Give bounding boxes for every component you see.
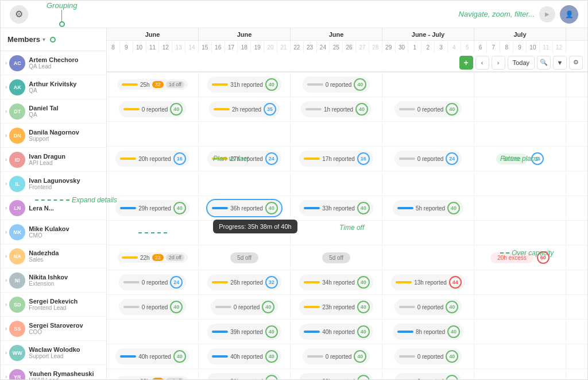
pill-count: 16 (173, 152, 186, 165)
expand-arrow[interactable]: › (5, 229, 7, 235)
grouping-label: Grouping (47, 1, 77, 10)
expand-arrow[interactable]: › (5, 205, 7, 211)
calendar-row: 22h232d off5d off5d off20h excess60 (107, 245, 587, 270)
report-pill: 22h232d off (117, 252, 188, 263)
add-button[interactable]: + (459, 56, 473, 70)
day-cell-0-3: 11 (146, 41, 160, 53)
member-name: Nikita Ishkov (29, 274, 102, 281)
calendar-row: 0 reported2426h reported3234h reported40… (107, 270, 587, 295)
pill-label: 22h (140, 255, 150, 261)
expand-arrow[interactable]: › (5, 301, 7, 308)
zoom-button[interactable]: 🔍 (537, 56, 551, 70)
week-cell (474, 344, 566, 369)
pill-count: 40 (355, 103, 368, 116)
pill-count: 40 (265, 78, 278, 91)
day-cell-1-1: 16 (212, 41, 225, 53)
day-cell-0-5: 13 (172, 41, 185, 53)
week-cell (382, 245, 474, 270)
timeoff-pill: 5d off (322, 252, 350, 263)
pill-label: 0 reported (234, 304, 260, 310)
prev-button[interactable]: ‹ (475, 56, 489, 70)
member-role: UX/UI Lead (29, 377, 102, 379)
filter-button[interactable]: ▼ (553, 56, 567, 70)
expand-arrow[interactable]: › (5, 277, 7, 283)
report-pill: 0 reported40 (211, 299, 278, 315)
pill-extra2: 2d off (166, 254, 184, 261)
week-cell: 27h reported24 (199, 147, 291, 171)
pill-label: 25h (140, 82, 150, 88)
week-cell: 0 reported24 (382, 147, 474, 171)
expand-arrow[interactable]: › (5, 350, 7, 356)
report-pill: 36h reported40Progress: 35h 38m of 40h (206, 199, 283, 217)
pill-count: 40 (354, 78, 366, 91)
report-pill: 17h reported16 (299, 151, 373, 167)
expand-arrow[interactable]: › (5, 156, 7, 163)
day-cell-4-6: 12 (553, 41, 566, 53)
pill-label: 33h reported (322, 205, 355, 212)
report-pill: 1h reported40 (301, 101, 372, 117)
report-pill: 5h reported40 (393, 200, 463, 216)
day-cell-3-4: 3 (435, 41, 448, 53)
week-cell: 5d off (199, 245, 291, 270)
member-name: Lera N... (29, 205, 102, 212)
member-row: ›LNLera N... (1, 196, 106, 220)
pill-count: 40 (262, 301, 274, 313)
member-name: Artem Chechoro (29, 56, 102, 63)
next-button[interactable]: › (492, 56, 505, 70)
top-bar-left: ⚙ Grouping (10, 1, 77, 27)
week-cell (474, 270, 566, 294)
user-avatar[interactable]: 👤 (560, 5, 578, 24)
week-cell (291, 122, 382, 146)
day-cell-1-3: 18 (238, 41, 251, 53)
day-cell-3-1: 30 (396, 41, 409, 53)
week-cell: 34h reported40 (291, 270, 382, 294)
expand-arrow[interactable]: › (5, 374, 7, 379)
member-name: Ivan Dragun (29, 153, 102, 160)
week-cell: 33h reported40 (291, 196, 382, 220)
pill-label: 22h (140, 378, 150, 380)
excess-pill: 20h excess (490, 252, 533, 263)
report-pill: 0 reported40 (119, 101, 187, 117)
pill-count: 40 (265, 202, 278, 214)
week-cell: 0 reported40 (382, 344, 474, 369)
member-role: QA (29, 87, 102, 94)
pill-label: 29h reported (322, 378, 355, 380)
expand-arrow[interactable]: › (5, 181, 7, 187)
calendar-area: JuneJuneJuneJune - JulyJuly 891011121314… (107, 28, 587, 379)
main-content: Members ▾ ›ACArtem ChechoroQA Lead›AKArt… (1, 28, 587, 379)
pill-extra-badge: 32 (152, 81, 164, 88)
settings-button[interactable]: ⚙ (569, 56, 583, 70)
pill-count: 40 (173, 350, 186, 363)
day-cell-2-0: 22 (291, 41, 304, 53)
pill-count: 40 (357, 202, 370, 214)
day-cell-4-0: 6 (474, 41, 488, 53)
pill-label: 27h reported (230, 156, 263, 162)
expand-arrow[interactable]: › (5, 325, 7, 332)
report-pill: 23h reported40 (299, 299, 373, 315)
week-cell: 29h reported40 (291, 369, 382, 379)
expand-arrow[interactable]: › (5, 253, 7, 259)
member-name: Ivan Lagunovsky (29, 177, 102, 184)
expand-arrow[interactable]: › (5, 108, 7, 114)
week-cell: 0 reported40 (107, 97, 199, 121)
report-pill: 34h reported40 (299, 274, 373, 290)
expand-arrow[interactable]: › (5, 84, 7, 90)
member-name: Yauhen Rymasheuski (29, 370, 102, 377)
pill-count: 32 (265, 276, 278, 289)
expand-arrow[interactable]: › (5, 132, 7, 139)
week-cell: 17h reported16 (291, 147, 382, 171)
members-header: Members ▾ (1, 28, 106, 51)
month-cell-4: July (474, 28, 566, 40)
week-cell (107, 122, 199, 146)
member-avatar: DN (9, 128, 25, 144)
expand-arrow[interactable]: › (5, 60, 7, 66)
member-avatar: DT (9, 103, 25, 120)
today-button[interactable]: Today (508, 56, 535, 70)
day-cell-2-6: 28 (369, 41, 382, 53)
member-role: QA (29, 112, 102, 118)
members-dropdown-arrow[interactable]: ▾ (42, 36, 45, 43)
week-cell (474, 97, 566, 121)
pill-count: 40 (357, 325, 370, 338)
report-pill: 0 reported40 (394, 101, 462, 117)
play-icon[interactable]: ▶ (539, 6, 555, 22)
